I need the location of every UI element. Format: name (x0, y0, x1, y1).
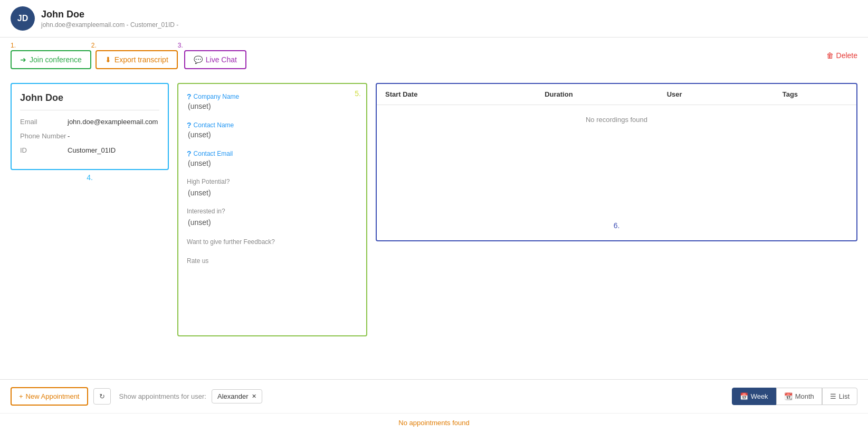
attr-feedback-label: Want to give further Feedback? (187, 238, 275, 246)
toolbar: 1. ➜ Join conference 2. ⬇ Export transcr… (0, 37, 868, 74)
new-appointment-button[interactable]: + New Appointment (11, 387, 88, 406)
email-value: john.doe@exampleemail.com (68, 118, 158, 126)
attr-interested-label: Interested in? (187, 208, 225, 215)
id-row: ID Customer_01ID (20, 146, 159, 154)
delete-button[interactable]: 🗑 Delete (826, 51, 857, 60)
step4-label: 4. (87, 173, 93, 182)
recordings-panel: Start Date Duration User Tags No recordi… (376, 83, 857, 241)
view-buttons: 📅 Week 📆 Month ☰ List (732, 388, 857, 405)
id-value: Customer_01ID (68, 146, 116, 154)
header: JD John Doe john.doe@exampleemail.com - … (0, 0, 868, 37)
attr-high-potential-label: High Potential? (187, 178, 230, 185)
month-view-button[interactable]: 📆 Month (776, 388, 822, 405)
attr-feedback: Want to give further Feedback? (187, 237, 358, 246)
week-label: Week (751, 392, 768, 400)
delete-icon: 🗑 (826, 51, 834, 60)
avatar: JD (11, 6, 35, 31)
main-content: John Doe Email john.doe@exampleemail.com… (0, 74, 868, 379)
export-icon: ⬇ (105, 55, 111, 64)
week-view-button[interactable]: 📅 Week (732, 388, 776, 405)
list-icon: ☰ (830, 392, 836, 400)
user-tag-remove[interactable]: ✕ (252, 393, 256, 400)
attr-contact-email-value: (unset) (187, 159, 211, 167)
step6-label: 6. (614, 221, 620, 230)
question-icon-contact: ? (187, 121, 192, 129)
attr-company-value: (unset) (187, 102, 211, 110)
step1-group: 1. ➜ Join conference (11, 42, 91, 69)
col-duration: Duration (501, 90, 616, 98)
step5-label: 5. (355, 89, 361, 98)
attr-interested-in: Interested in? (unset) (187, 208, 358, 227)
join-conference-label: Join conference (30, 55, 82, 64)
question-icon-company: ? (187, 92, 192, 101)
live-chat-button[interactable]: 💬 Live Chat (184, 50, 246, 69)
live-chat-label: Live Chat (206, 55, 237, 64)
customer-name-header: John Doe (41, 9, 178, 20)
export-transcript-label: Export transcript (115, 55, 168, 64)
question-icon-email: ? (187, 149, 192, 158)
calendar-month-icon: 📆 (784, 392, 793, 400)
recordings-empty-message: No recordings found (377, 105, 856, 134)
id-label: ID (20, 146, 68, 154)
show-user-label: Show appointments for user: (119, 392, 206, 400)
attr-rate-label: Rate us (187, 257, 208, 265)
attr-interested-value: (unset) (187, 218, 211, 227)
attr-company-name: ? Company Name (unset) (187, 92, 358, 110)
attr-contact-label: Contact Name (194, 121, 234, 129)
step1-label: 1. (11, 42, 91, 49)
phone-value: - (68, 132, 70, 140)
attributes-panel: 5. ? Company Name (unset) ? Contact Name… (177, 83, 367, 336)
plus-icon: + (19, 392, 23, 400)
customer-panel-name: John Doe (20, 92, 159, 110)
attr-company-label: Company Name (194, 93, 240, 100)
list-view-button[interactable]: ☰ List (822, 388, 857, 405)
no-appointments-row: No appointments found (0, 413, 868, 432)
attr-contact-name-value: (unset) (187, 130, 211, 139)
refresh-button[interactable]: ↻ (93, 388, 111, 405)
customer-panel: John Doe Email john.doe@exampleemail.com… (11, 83, 169, 170)
attr-high-potential: High Potential? (unset) (187, 178, 358, 197)
no-appointments-text: No appointments found (398, 419, 469, 427)
attr-contact-email: ? Contact Email (unset) (187, 149, 358, 167)
delete-label: Delete (836, 51, 857, 60)
email-row: Email john.doe@exampleemail.com (20, 118, 159, 126)
step2-label: 2. (91, 42, 178, 49)
month-label: Month (795, 392, 814, 400)
attr-rate-us: Rate us (187, 256, 358, 265)
footer: + New Appointment ↻ Show appointments fo… (0, 379, 868, 413)
customer-sub-header: john.doe@exampleemail.com - Customer_01I… (41, 21, 178, 29)
join-conference-button[interactable]: ➜ Join conference (11, 50, 91, 69)
step2-group: 2. ⬇ Export transcript (91, 42, 178, 69)
export-transcript-button[interactable]: ⬇ Export transcript (96, 50, 178, 69)
header-info: John Doe john.doe@exampleemail.com - Cus… (41, 9, 178, 29)
col-tags: Tags (732, 90, 848, 98)
attr-contact-name: ? Contact Name (unset) (187, 121, 358, 139)
refresh-icon: ↻ (99, 392, 105, 400)
list-label: List (839, 392, 850, 400)
chat-icon: 💬 (194, 55, 203, 64)
recordings-header: Start Date Duration User Tags (377, 84, 856, 105)
phone-row: Phone Number - (20, 132, 159, 140)
step3-label: 3. (178, 42, 246, 49)
col-start-date: Start Date (385, 90, 501, 98)
user-tag: Alexander ✕ (212, 389, 262, 403)
calendar-week-icon: 📅 (740, 392, 748, 400)
phone-label: Phone Number (20, 132, 68, 140)
join-icon: ➜ (20, 55, 26, 64)
attr-contact-email-label: Contact Email (194, 150, 233, 157)
step3-group: 3. 💬 Live Chat (178, 42, 246, 69)
new-appointment-label: New Appointment (26, 392, 80, 400)
email-label: Email (20, 118, 68, 126)
col-user: User (617, 90, 732, 98)
attr-high-potential-value: (unset) (187, 189, 211, 197)
user-tag-name: Alexander (217, 392, 249, 400)
